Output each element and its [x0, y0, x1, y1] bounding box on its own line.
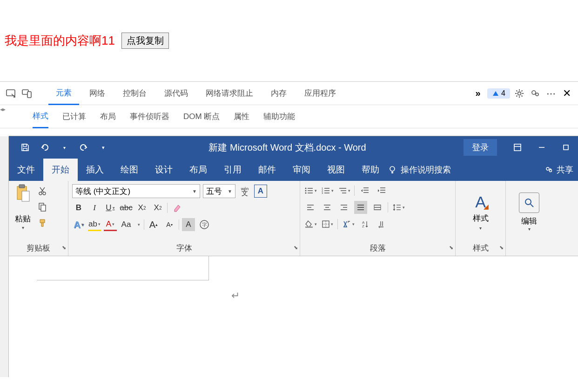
styles-gallery-icon[interactable]: A◢: [475, 193, 486, 211]
char-shading-icon[interactable]: A: [182, 218, 195, 231]
qat-customize-icon[interactable]: ▾: [95, 140, 111, 155]
devtools-tab-elements[interactable]: 元素: [48, 82, 79, 105]
strikethrough-button[interactable]: abc: [120, 201, 133, 214]
redo-icon[interactable]: [76, 140, 92, 155]
share-button[interactable]: 共享: [544, 159, 578, 181]
enclose-char-icon[interactable]: 字: [198, 218, 211, 231]
clear-formatting-icon[interactable]: [170, 201, 183, 214]
devtools-tab-bar: 元素 网络 控制台 源代码 网络请求阻止 内存 应用程序 » 4 ⋯ ✕: [0, 82, 578, 105]
font-size-combo[interactable]: 五号 ▼: [203, 184, 235, 198]
show-marks-icon[interactable]: [375, 218, 388, 231]
find-icon[interactable]: [519, 193, 539, 213]
menu-home[interactable]: 开始: [43, 159, 78, 181]
menu-view[interactable]: 视图: [319, 159, 353, 181]
subtab-layout[interactable]: 布局: [100, 106, 116, 127]
increase-indent-icon[interactable]: [375, 184, 388, 197]
highlight-color-icon[interactable]: ab▾: [88, 218, 101, 231]
line-spacing-icon[interactable]: ▾: [392, 201, 405, 214]
underline-button[interactable]: U▾: [104, 201, 117, 214]
paste-button[interactable]: [13, 184, 33, 213]
paste-dropdown-icon[interactable]: ▾: [22, 225, 24, 230]
change-case-icon[interactable]: Aa: [120, 218, 133, 231]
align-center-icon[interactable]: [321, 201, 334, 214]
more-options-icon[interactable]: ⋯: [544, 87, 558, 100]
menu-insert[interactable]: 插入: [78, 159, 112, 181]
styles-dropdown-icon[interactable]: ▾: [479, 226, 482, 231]
device-toggle-icon[interactable]: [20, 87, 34, 100]
cut-icon[interactable]: [37, 186, 48, 197]
devtools-dock-handle[interactable]: ◂▸: [0, 105, 9, 114]
menu-review[interactable]: 审阅: [284, 159, 319, 181]
feedback-icon[interactable]: [529, 87, 542, 100]
devtools-tab-network[interactable]: 网络: [82, 82, 113, 104]
inspect-icon[interactable]: [5, 87, 18, 100]
bold-button[interactable]: B: [72, 201, 85, 214]
undo-icon[interactable]: [37, 140, 53, 155]
maximize-icon[interactable]: [554, 136, 578, 159]
devtools-tab-memory[interactable]: 内存: [263, 82, 294, 104]
align-justify-icon[interactable]: [354, 201, 367, 214]
bullets-icon[interactable]: ▾: [304, 184, 317, 197]
align-distributed-icon[interactable]: [371, 201, 384, 214]
borders-icon[interactable]: ▾: [321, 218, 334, 231]
issues-badge[interactable]: 4: [487, 88, 510, 99]
subscript-button[interactable]: X2: [135, 201, 148, 214]
more-tabs-icon[interactable]: »: [471, 87, 484, 100]
char-border-icon[interactable]: A: [254, 185, 267, 198]
copy-icon[interactable]: [37, 201, 48, 213]
menu-file[interactable]: 文件: [9, 159, 43, 181]
align-right-icon[interactable]: [337, 201, 350, 214]
menu-draw[interactable]: 绘图: [112, 159, 147, 181]
shading-icon[interactable]: ▾: [304, 218, 317, 231]
svg-text:Z: Z: [362, 224, 364, 228]
devtools-tab-sources[interactable]: 源代码: [157, 82, 195, 104]
svg-rect-0: [7, 90, 15, 96]
paragraph-launcher-icon[interactable]: ⬊: [449, 245, 453, 251]
devtools-tab-blocking[interactable]: 网络请求阻止: [198, 82, 261, 104]
login-button[interactable]: 登录: [464, 139, 497, 156]
devtools-tab-console[interactable]: 控制台: [115, 82, 154, 104]
font-color-icon[interactable]: A▾: [104, 218, 117, 231]
text-effects-icon[interactable]: A▾: [72, 218, 85, 231]
asian-layout-icon[interactable]: ▾: [342, 218, 355, 231]
shrink-font-icon[interactable]: A▾: [163, 218, 176, 231]
close-devtools-icon[interactable]: ✕: [560, 87, 573, 100]
align-left-icon[interactable]: [304, 201, 317, 214]
devtools-tab-application[interactable]: 应用程序: [297, 82, 343, 104]
styles-launcher-icon[interactable]: ⬊: [499, 245, 504, 251]
menu-layout[interactable]: 布局: [181, 159, 215, 181]
phonetic-guide-icon[interactable]: wén 文: [238, 185, 251, 198]
menu-references[interactable]: 引用: [215, 159, 250, 181]
document-area[interactable]: ↵: [9, 256, 578, 377]
clipboard-launcher-icon[interactable]: ⬊: [62, 245, 66, 251]
menu-design[interactable]: 设计: [147, 159, 181, 181]
sort-icon[interactable]: AZ: [358, 218, 371, 231]
subtab-accessibility[interactable]: 辅助功能: [263, 106, 295, 127]
superscript-button[interactable]: X2: [151, 201, 164, 214]
subtab-styles[interactable]: 样式: [33, 105, 48, 128]
change-case-dropdown[interactable]: ▾: [135, 218, 141, 231]
menu-help[interactable]: 帮助: [353, 159, 388, 181]
subtab-computed[interactable]: 已计算: [62, 106, 86, 127]
font-name-combo[interactable]: 等线 (中文正文) ▼: [72, 184, 200, 198]
ribbon-display-icon[interactable]: [505, 136, 530, 159]
undo-dropdown-icon[interactable]: ▾: [56, 140, 72, 155]
grow-font-icon[interactable]: A▴: [147, 218, 160, 231]
subtab-listeners[interactable]: 事件侦听器: [130, 106, 169, 127]
multilevel-list-icon[interactable]: ▾: [337, 184, 350, 197]
font-launcher-icon[interactable]: ⬊: [294, 245, 298, 251]
format-painter-icon[interactable]: [37, 217, 48, 228]
minimize-icon[interactable]: [530, 136, 554, 159]
menu-mailings[interactable]: 邮件: [250, 159, 284, 181]
decrease-indent-icon[interactable]: [358, 184, 371, 197]
ribbon-group-paragraph: ▾ 123▾ ▾ ▾ ▾ ▾: [300, 181, 456, 256]
subtab-dom-breakpoints[interactable]: DOM 断点: [183, 106, 220, 127]
settings-gear-icon[interactable]: [513, 87, 526, 100]
save-icon[interactable]: [17, 140, 33, 155]
numbering-icon[interactable]: 123▾: [321, 184, 334, 197]
subtab-properties[interactable]: 属性: [234, 106, 249, 127]
italic-button[interactable]: I: [88, 201, 101, 214]
tell-me-search[interactable]: 操作说明搜索: [388, 159, 456, 181]
editing-dropdown-icon[interactable]: ▾: [528, 226, 531, 232]
copy-button[interactable]: 点我复制: [121, 33, 169, 49]
